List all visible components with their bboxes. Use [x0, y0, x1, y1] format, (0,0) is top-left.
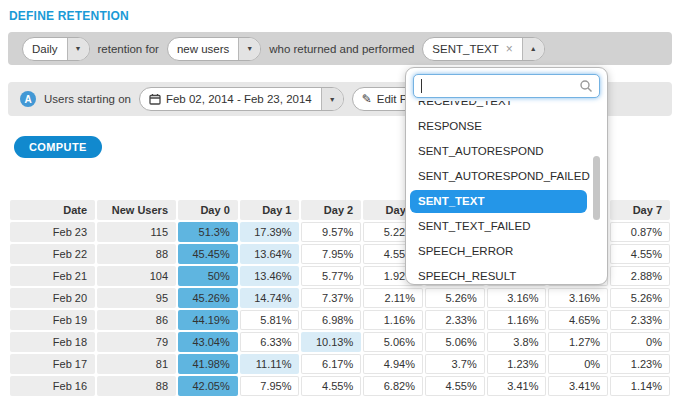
date-range-select[interactable]: Feb 02, 2014 - Feb 23, 2014 ▼ [139, 87, 344, 111]
pencil-icon: ✎ [362, 92, 372, 106]
event-option[interactable]: RESPONSE [407, 114, 606, 139]
retention-cell: 44.19% [178, 310, 238, 330]
retention-cell: 13.64% [240, 244, 300, 264]
date-cell: Feb 19 [10, 310, 95, 330]
new-users-cell: 115 [97, 222, 176, 242]
retention-cell: 51.3% [178, 222, 238, 242]
retention-cell: 5.26% [425, 288, 485, 308]
table-row: Feb 168842.05%7.95%4.55%6.82%4.55%3.41%3… [10, 376, 670, 396]
retention-cell: 2.11% [363, 288, 423, 308]
retention-cell: 0.87% [610, 222, 670, 242]
compute-button[interactable]: COMPUTE [14, 136, 102, 158]
event-option[interactable]: SPEECH_RESULT [407, 264, 606, 282]
date-cell: Feb 20 [10, 288, 95, 308]
column-header: Date [10, 200, 95, 220]
retention-cell: 0% [548, 354, 608, 374]
retention-cell: 42.05% [178, 376, 238, 396]
new-users-cell: 88 [97, 376, 176, 396]
user-type-select[interactable]: new users ▼ [167, 37, 261, 61]
column-header: New Users [97, 200, 176, 220]
remove-event-icon[interactable]: × [506, 42, 513, 56]
event-option[interactable]: SPEECH_ERROR [407, 239, 606, 264]
table-row: Feb 209545.26%14.74%7.37%2.11%5.26%3.16%… [10, 288, 670, 308]
retention-cell: 43.04% [178, 332, 238, 352]
table-row: Feb 198644.19%5.81%6.98%1.16%2.33%1.16%4… [10, 310, 670, 330]
users-starting-on-label: Users starting on [44, 93, 131, 105]
date-cell: Feb 17 [10, 354, 95, 374]
retention-cell: 6.82% [363, 376, 423, 396]
column-header: Day 2 [301, 200, 361, 220]
interval-select[interactable]: Daily ▼ [22, 37, 90, 61]
new-users-cell: 86 [97, 310, 176, 330]
retention-cell: 3.7% [425, 354, 485, 374]
retention-cell: 5.06% [363, 332, 423, 352]
retention-cell: 3.41% [487, 376, 547, 396]
retention-cell: 45.26% [178, 288, 238, 308]
page-title: DEFINE RETENTION [9, 9, 680, 23]
date-cell: Feb 22 [10, 244, 95, 264]
retention-cell: 1.27% [548, 332, 608, 352]
retention-cell: 2.88% [610, 266, 670, 286]
scrollbar-thumb[interactable] [593, 156, 600, 220]
retention-cell: 1.14% [610, 376, 670, 396]
retention-cell: 4.55% [610, 244, 670, 264]
retention-cell: 3.16% [487, 288, 547, 308]
cohort-a-badge: A [20, 91, 36, 107]
new-users-cell: 95 [97, 288, 176, 308]
retention-cell: 5.26% [610, 288, 670, 308]
table-row: Feb 187943.04%6.33%10.13%5.06%5.06%3.8%1… [10, 332, 670, 352]
date-cell: Feb 21 [10, 266, 95, 286]
retention-cell: 4.65% [548, 310, 608, 330]
event-option[interactable]: SENT_TEXT_FAILED [407, 214, 606, 239]
retention-cell: 1.23% [487, 354, 547, 374]
retention-cell: 6.17% [301, 354, 361, 374]
new-users-cell: 88 [97, 244, 176, 264]
retention-cell: 41.98% [178, 354, 238, 374]
user-type-select-value: new users [168, 43, 238, 55]
retention-cell: 7.37% [301, 288, 361, 308]
retention-cell: 3.16% [548, 288, 608, 308]
caret-up-icon[interactable]: ▲ [522, 38, 544, 60]
caret-down-icon[interactable]: ▼ [238, 38, 260, 60]
interval-select-value: Daily [23, 43, 67, 55]
retention-cell: 13.46% [240, 266, 300, 286]
date-cell: Feb 18 [10, 332, 95, 352]
retention-cell: 1.16% [363, 310, 423, 330]
retention-cell: 0% [610, 332, 670, 352]
event-option[interactable]: SENT_AUTORESPOND [407, 139, 606, 164]
retention-cell: 9.57% [301, 222, 361, 242]
retention-cell: 5.81% [240, 310, 300, 330]
retention-cell: 4.55% [301, 376, 361, 396]
event-search-input[interactable] [413, 74, 600, 98]
new-users-cell: 79 [97, 332, 176, 352]
caret-down-icon[interactable]: ▼ [321, 88, 343, 110]
event-option[interactable]: SENT_AUTORESPOND_FAILED [407, 164, 606, 189]
caret-down-icon[interactable]: ▼ [67, 38, 89, 60]
event-tag-label: SENT_TEXT [432, 43, 498, 55]
retention-cell: 3.41% [548, 376, 608, 396]
retention-cell: 6.33% [240, 332, 300, 352]
event-tag-select[interactable]: SENT_TEXT × ▲ [422, 37, 544, 61]
event-option[interactable]: RECEIVED_TEXT [407, 101, 606, 114]
retention-cell: 1.23% [610, 354, 670, 374]
retention-cell: 45.45% [178, 244, 238, 264]
retention-cell: 3.8% [487, 332, 547, 352]
retention-cell: 2.33% [610, 310, 670, 330]
retention-cell: 1.16% [487, 310, 547, 330]
performed-label: who returned and performed [269, 43, 414, 55]
calendar-icon [149, 93, 161, 105]
retention-cell: 4.94% [363, 354, 423, 374]
retention-cell: 7.95% [301, 244, 361, 264]
retention-cell: 11.11% [240, 354, 300, 374]
retention-definition-toolbar: Daily ▼ retention for new users ▼ who re… [8, 32, 672, 65]
retention-cell: 50% [178, 266, 238, 286]
retention-cell: 4.55% [425, 376, 485, 396]
retention-cell: 5.06% [425, 332, 485, 352]
retention-cell: 7.95% [240, 376, 300, 396]
retention-cell: 5.77% [301, 266, 361, 286]
event-option[interactable]: SENT_TEXT [410, 190, 587, 213]
table-row: Feb 178141.98%11.11%6.17%4.94%3.7%1.23%0… [10, 354, 670, 374]
column-header: Day 1 [240, 200, 300, 220]
column-header: Day 0 [178, 200, 238, 220]
column-header: Day 7 [610, 200, 670, 220]
